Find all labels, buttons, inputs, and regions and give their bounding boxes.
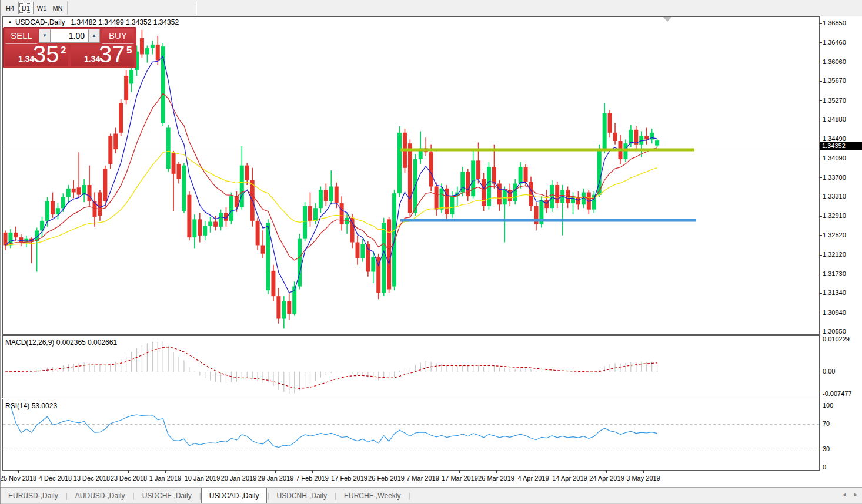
timeframe-button-d1[interactable]: D1 [18,2,34,14]
date-axis-label: 13 Dec 2018 [73,475,110,482]
sell-price-main: 35 [33,41,59,68]
date-axis-label: 17 Feb 2019 [331,475,367,482]
indicator-axis-label: 70 [823,420,830,427]
timeframe-button-w1[interactable]: W1 [34,2,49,14]
price-axis-label: 1.30940 [823,309,846,316]
tab-scroll-left-icon[interactable]: ◄ [841,492,847,498]
price-axis-label: 1.31730 [823,270,846,277]
ohlc-values: 1.34482 1.34499 1.34352 1.34352 [71,18,179,26]
macd-indicator-label: MACD(12,26,9) 0.002365 0.002661 [5,338,117,347]
date-axis-label: 26 Feb 2019 [368,475,405,482]
sell-price-prefix: 1.34 [18,54,34,63]
buy-price-prefix: 1.34 [84,54,100,63]
price-axis-label: 1.36460 [823,39,846,46]
price-axis-label: 1.33700 [823,174,846,181]
date-axis-label: 26 Mar 2019 [478,475,514,482]
candlestick-series[interactable] [4,30,660,328]
indicator-axis-label: 0.00 [823,368,835,375]
buy-price-button[interactable]: 1.34 37 5 [71,45,134,66]
sell-price-button[interactable]: 1.34 35 2 [5,45,68,66]
date-axis-label: 17 Mar 2019 [442,475,478,482]
price-axis-label: 1.35670 [823,77,846,84]
date-axis-label: 1 Jan 2019 [149,475,181,482]
terminal-window: H4D1W1MN ▲USDCAD-,Daily1.34482 1.34499 1… [0,0,862,504]
indicator-axis-label: 30 [823,445,830,452]
chart-tab-usdcad[interactable]: USDCAD-,Daily [201,488,268,503]
one-click-trading-panel: SELL ▼ ▲ BUY 1.34 35 2 1.34 37 5 [3,27,136,68]
collapse-panel-icon[interactable]: ▲ [8,19,12,25]
price-axis-label: 1.30550 [823,328,846,335]
sell-price-pip: 2 [61,45,66,56]
macd-histogram [5,341,657,394]
bid-price-tag: 1.34352 [820,142,862,150]
price-axis-label: 1.34090 [823,154,846,162]
buy-price-pip: 5 [126,45,132,56]
symbol-period-label: USDCAD-,Daily [15,18,65,26]
support-line[interactable] [400,219,696,222]
chart-tab-eurchf[interactable]: EURCHF-,Weekly [336,488,408,503]
chart-tab-usdchf[interactable]: USDCHF-,Daily [135,488,199,503]
price-axis-label: 1.33310 [823,193,846,200]
rsi-indicator-label: RSI(14) 53.0023 [5,402,57,410]
chart-tab-bar: ◄ ► EURUSD-,Daily|AUDUSD-,Daily|USDCHF-,… [1,487,862,504]
date-axis-label: 4 Apr 2019 [517,475,549,482]
price-axis-label: 1.36850 [823,19,846,26]
chart-tab-audusd[interactable]: AUDUSD-,Daily [68,488,133,503]
rsi-line [11,405,657,448]
date-axis-label: 7 Feb 2019 [296,475,329,482]
timeframe-button-mn[interactable]: MN [50,2,65,14]
indicator-axis-label: -0.007477 [823,390,852,397]
date-axis-label: 29 Jan 2019 [258,475,294,482]
chart-canvas[interactable] [1,0,862,504]
date-axis-label: 14 Apr 2019 [552,475,587,482]
date-axis-label: 3 May 2019 [626,475,660,482]
date-axis-label: 10 Jan 2019 [185,475,220,482]
toolbar-separator [67,1,69,15]
date-axis-label: 7 Mar 2019 [406,475,439,482]
buy-price-main: 37 [99,41,125,68]
chart-shift-icon[interactable] [663,17,671,22]
price-axis-label: 1.32520 [823,231,846,238]
price-axis-label: 1.34880 [823,116,846,123]
price-axis-label: 1.35270 [823,97,846,104]
tab-separator: | [408,492,410,500]
date-axis-label: 24 Apr 2019 [589,475,624,482]
chart-tab-eurusd[interactable]: EURUSD-,Daily [1,488,66,503]
tab-scroll-right-icon[interactable]: ► [853,492,858,498]
timeframe-button-h4[interactable]: H4 [2,2,18,14]
indicator-axis-label: 0.010229 [823,335,850,342]
price-axis-label: 1.31340 [823,289,846,296]
date-axis-label: 25 Nov 2018 [0,475,36,482]
resistance-line[interactable] [400,149,694,152]
indicator-axis-label: 100 [823,402,833,409]
date-axis-label: 4 Dec 2018 [39,475,72,482]
price-axis-label: 1.36060 [823,58,846,65]
price-axis-label: 1.32120 [823,251,846,258]
chart-tab-usdcnh[interactable]: USDCNH-,Daily [269,488,335,503]
toolbar-separator [195,1,197,15]
timeframe-toolbar: H4D1W1MN [1,0,862,16]
date-axis-label: 23 Dec 2018 [111,475,147,482]
date-axis-label: 20 Jan 2019 [221,475,257,482]
price-axis-label: 1.32910 [823,212,846,219]
indicator-axis-label: 0 [823,463,826,471]
macd-signal-line [5,347,657,389]
chart-title: ▲USDCAD-,Daily1.34482 1.34499 1.34352 1.… [8,18,179,26]
